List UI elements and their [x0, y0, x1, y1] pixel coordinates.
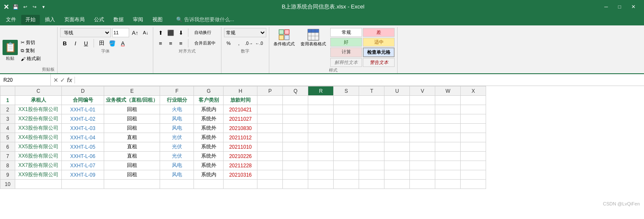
cell-S2[interactable]: [334, 105, 359, 114]
cell-C3[interactable]: XX2股份有限公司: [15, 114, 62, 124]
cell-W5[interactable]: [435, 133, 461, 142]
cell-Q3[interactable]: [283, 114, 308, 124]
cell-S4[interactable]: [334, 124, 359, 133]
cell-U5[interactable]: [384, 133, 410, 142]
number-format-select[interactable]: 常规: [224, 28, 266, 37]
cell-P4[interactable]: [257, 124, 283, 133]
cell-C4[interactable]: XX3股份有限公司: [15, 124, 62, 133]
style-bad[interactable]: 差: [363, 28, 395, 37]
wrap-text-button[interactable]: 自动换行: [191, 28, 214, 37]
menu-home[interactable]: 开始: [21, 15, 40, 25]
comma-button[interactable]: .0→: [244, 39, 254, 48]
style-check-cell[interactable]: 检查单元格: [363, 47, 395, 57]
cell-H9[interactable]: 20210316: [224, 170, 257, 180]
close-icon[interactable]: ✕: [626, 4, 641, 10]
cell-G8[interactable]: 系统外: [194, 161, 224, 170]
cell-P3[interactable]: [257, 114, 283, 124]
cell-P5[interactable]: [257, 133, 283, 142]
align-top-button[interactable]: ⬆: [156, 28, 165, 37]
formula-input[interactable]: [75, 77, 644, 83]
cell-W10[interactable]: [435, 180, 461, 189]
cell-F6[interactable]: 光伏: [160, 142, 194, 152]
cell-R9[interactable]: [308, 170, 334, 180]
cell-Q2[interactable]: [283, 105, 308, 114]
col-header-F[interactable]: F: [160, 86, 194, 96]
cell-D10[interactable]: [62, 180, 104, 189]
cell-R10[interactable]: [308, 180, 334, 189]
col-header-S[interactable]: S: [334, 86, 359, 96]
cell-F10[interactable]: [160, 180, 194, 189]
format-table-button[interactable]: 套用表格格式: [299, 28, 328, 48]
col-header-X[interactable]: X: [461, 86, 486, 96]
col-header-G[interactable]: G: [194, 86, 224, 96]
cell-H6[interactable]: 20211010: [224, 142, 257, 152]
cell-H1[interactable]: 放款时间: [224, 96, 257, 105]
cell-Q5[interactable]: [283, 133, 308, 142]
cell-R6[interactable]: [308, 142, 334, 152]
style-warning[interactable]: 警告文本: [363, 58, 395, 67]
cell-X7[interactable]: [461, 152, 486, 161]
cell-T5[interactable]: [359, 133, 384, 142]
cell-Q6[interactable]: [283, 142, 308, 152]
cell-W7[interactable]: [435, 152, 461, 161]
cell-U2[interactable]: [384, 105, 410, 114]
cell-S1[interactable]: [334, 96, 359, 105]
cell-R3[interactable]: [308, 114, 334, 124]
menu-file[interactable]: 文件: [2, 15, 20, 25]
cell-E6[interactable]: 直租: [104, 142, 160, 152]
spreadsheet[interactable]: C D E F G H P Q R S T U V W X: [0, 86, 644, 219]
cell-C9[interactable]: XX9股份有限公司: [15, 170, 62, 180]
style-calculation[interactable]: 计算: [330, 47, 362, 57]
cut-button[interactable]: ✂ 剪切: [19, 39, 42, 46]
cell-V4[interactable]: [410, 124, 435, 133]
cell-X3[interactable]: [461, 114, 486, 124]
bold-button[interactable]: B: [60, 39, 69, 48]
menu-page-layout[interactable]: 页面布局: [60, 15, 89, 25]
font-color-button[interactable]: A: [118, 39, 127, 48]
redo-icon[interactable]: ↪: [31, 3, 38, 10]
cell-V7[interactable]: [410, 152, 435, 161]
cell-H10[interactable]: [224, 180, 257, 189]
cell-G9[interactable]: 系统内: [194, 170, 224, 180]
cell-D7[interactable]: XXHT-L-06: [62, 152, 104, 161]
cell-D5[interactable]: XXHT-L-04: [62, 133, 104, 142]
cell-V1[interactable]: [410, 96, 435, 105]
style-explanatory[interactable]: 解释性文本: [330, 58, 362, 67]
cell-X5[interactable]: [461, 133, 486, 142]
cell-P7[interactable]: [257, 152, 283, 161]
cell-H5[interactable]: 20211012: [224, 133, 257, 142]
cell-E5[interactable]: 直租: [104, 133, 160, 142]
cell-E2[interactable]: 回租: [104, 105, 160, 114]
cell-C2[interactable]: XX1股份有限公司: [15, 105, 62, 114]
cell-G4[interactable]: 系统外: [194, 124, 224, 133]
align-middle-button[interactable]: ⬛: [166, 28, 175, 37]
cell-V6[interactable]: [410, 142, 435, 152]
cell-V3[interactable]: [410, 114, 435, 124]
cell-T1[interactable]: [359, 96, 384, 105]
cell-C5[interactable]: XX4股份有限公司: [15, 133, 62, 142]
cell-P1[interactable]: [257, 96, 283, 105]
border-button[interactable]: 田: [97, 39, 106, 48]
style-good[interactable]: 好: [330, 38, 362, 47]
row-header-3[interactable]: 3: [0, 114, 15, 124]
cell-T6[interactable]: [359, 142, 384, 152]
cell-X6[interactable]: [461, 142, 486, 152]
col-header-V[interactable]: V: [410, 86, 435, 96]
menu-view[interactable]: 视图: [148, 15, 167, 25]
cell-W8[interactable]: [435, 161, 461, 170]
cell-D8[interactable]: XXHT-L-07: [62, 161, 104, 170]
align-right-button[interactable]: ≡: [176, 39, 185, 48]
cell-G5[interactable]: 系统外: [194, 133, 224, 142]
cell-U10[interactable]: [384, 180, 410, 189]
row-header-6[interactable]: 6: [0, 142, 15, 152]
cell-W9[interactable]: [435, 170, 461, 180]
cell-U1[interactable]: [384, 96, 410, 105]
cell-E8[interactable]: 回租: [104, 161, 160, 170]
cell-W2[interactable]: [435, 105, 461, 114]
cell-X8[interactable]: [461, 161, 486, 170]
font-size-input[interactable]: [112, 28, 129, 37]
cell-E10[interactable]: [104, 180, 160, 189]
merge-cells-button[interactable]: 合并后居中: [191, 39, 218, 48]
copy-button[interactable]: ⧉ 复制: [19, 47, 42, 54]
cell-U3[interactable]: [384, 114, 410, 124]
